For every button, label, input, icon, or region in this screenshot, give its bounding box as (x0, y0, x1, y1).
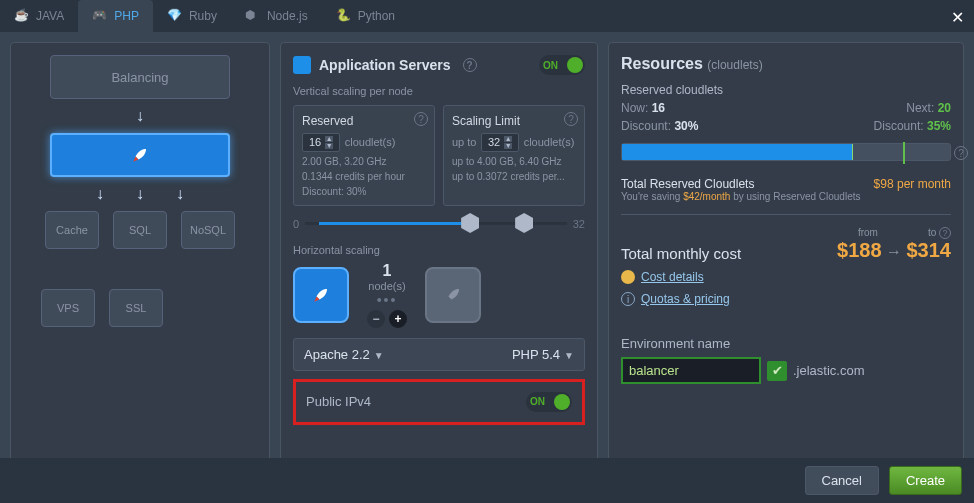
discount-next: 35% (927, 119, 951, 133)
node-label: node(s) (367, 280, 407, 292)
info-icon: i (621, 292, 635, 306)
cloudlet-bar: ? (621, 143, 951, 161)
feather-icon (444, 286, 462, 304)
total-cost-label: Total monthly cost (621, 245, 741, 262)
arrow-down-icon: ↓ (136, 107, 144, 125)
help-icon[interactable]: ? (414, 112, 428, 126)
node-plus-button[interactable]: + (389, 310, 407, 328)
slider-min: 0 (293, 218, 299, 230)
total-reserved-value: $98 per month (874, 177, 951, 191)
resource-line: 2.00 GB, 3.20 GHz (302, 156, 426, 167)
ipv4-toggle[interactable]: ON (526, 392, 572, 412)
resources-panel: Resources (cloudlets) Reserved cloudlets… (608, 42, 964, 462)
node-minus-button[interactable]: − (367, 310, 385, 328)
env-domain: .jelastic.com (793, 363, 865, 378)
credits-line: up to 0.3072 credits per... (452, 171, 576, 182)
prefix-label: up to (452, 136, 476, 148)
tab-label: Ruby (189, 9, 217, 23)
tab-python[interactable]: 🐍Python (322, 0, 409, 32)
tab-label: PHP (114, 9, 139, 23)
topology-panel: Balancing ↓ ↓↓↓ Cache SQL NoSQL VPS SSL (10, 42, 270, 493)
app-server-block[interactable] (50, 133, 230, 177)
app-servers-panel: Application Servers ? ON Vertical scalin… (280, 42, 598, 493)
php-icon: 🎮 (92, 8, 108, 24)
cloudlet-slider[interactable]: 0 32 (293, 218, 585, 230)
ipv4-label: Public IPv4 (306, 394, 371, 409)
sql-block[interactable]: SQL (113, 211, 167, 249)
to-label: to ? (928, 227, 951, 239)
create-button[interactable]: Create (889, 466, 962, 495)
tab-label: JAVA (36, 9, 64, 23)
node-icon-active[interactable] (293, 267, 349, 323)
tab-node[interactable]: ⬢Node.js (231, 0, 322, 32)
toggle-label: ON (543, 60, 558, 71)
reserved-stepper[interactable]: 16▲▼ (302, 133, 340, 152)
price-from: $188 (837, 239, 882, 261)
ssl-block[interactable]: SSL (109, 289, 163, 327)
server-icon (293, 56, 311, 74)
help-icon[interactable]: ? (954, 146, 968, 160)
arrow-down-icon: ↓ (176, 185, 184, 203)
public-ipv4-row: Public IPv4 ON (293, 379, 585, 425)
arrow-down-icon: ↓ (136, 185, 144, 203)
tab-label: Python (358, 9, 395, 23)
java-icon: ☕ (14, 8, 30, 24)
lang-select[interactable]: PHP 5.4▼ (512, 347, 574, 362)
tab-php[interactable]: 🎮PHP (78, 0, 153, 32)
server-lang-select: Apache 2.2▼ PHP 5.4▼ (293, 338, 585, 371)
reserved-cloudlets-label: Reserved cloudlets (621, 83, 951, 97)
python-icon: 🐍 (336, 8, 352, 24)
toggle-label: ON (530, 396, 545, 407)
arrow-down-icon: ↓ (96, 185, 104, 203)
slider-track[interactable] (305, 222, 567, 225)
discount-line: Discount: 30% (302, 186, 426, 197)
app-servers-toggle[interactable]: ON (539, 55, 585, 75)
node-icon: ⬢ (245, 8, 261, 24)
reserved-card: ? Reserved 16▲▼ cloudlet(s) 2.00 GB, 3.2… (293, 105, 435, 206)
chevron-down-icon: ▼ (374, 350, 384, 361)
total-reserved-label: Total Reserved Cloudlets (621, 177, 754, 191)
env-name-label: Environment name (621, 336, 951, 351)
tab-java[interactable]: ☕JAVA (0, 0, 78, 32)
card-title: Reserved (302, 114, 426, 128)
footer: Cancel Create (0, 458, 974, 503)
price-to: $314 (907, 239, 952, 261)
card-title: Scaling Limit (452, 114, 576, 128)
saving-text: You're saving $42/month by using Reserve… (621, 191, 951, 202)
limit-stepper[interactable]: 32▲▼ (481, 133, 519, 152)
node-icon-inactive[interactable] (425, 267, 481, 323)
env-name-input[interactable] (621, 357, 761, 384)
help-icon[interactable]: ? (463, 58, 477, 72)
resource-line: up to 4.00 GB, 6.40 GHz (452, 156, 576, 167)
cost-details-link[interactable]: Cost details (641, 270, 704, 284)
unit-label: cloudlet(s) (345, 136, 396, 148)
ruby-icon: 💎 (167, 8, 183, 24)
cache-block[interactable]: Cache (45, 211, 99, 249)
quotas-link[interactable]: Quotas & pricing (641, 292, 730, 306)
tab-ruby[interactable]: 💎Ruby (153, 0, 231, 32)
slider-handle-reserved[interactable] (461, 213, 479, 233)
help-icon[interactable]: ? (939, 227, 951, 239)
help-icon[interactable]: ? (564, 112, 578, 126)
feather-icon (131, 146, 149, 164)
coin-icon (621, 270, 635, 284)
next-value: 20 (938, 101, 951, 115)
section-title: Application Servers ? (293, 56, 477, 74)
server-select[interactable]: Apache 2.2▼ (304, 347, 384, 362)
slider-handle-limit[interactable] (515, 213, 533, 233)
cancel-button[interactable]: Cancel (805, 466, 879, 495)
from-label: from (858, 227, 878, 239)
feather-icon (312, 286, 330, 304)
tab-label: Node.js (267, 9, 308, 23)
close-icon[interactable]: ✕ (951, 8, 964, 27)
chevron-down-icon: ▼ (564, 350, 574, 361)
discount-now: 30% (674, 119, 698, 133)
nosql-block[interactable]: NoSQL (181, 211, 235, 249)
node-dots: ••• (367, 292, 407, 308)
now-value: 16 (652, 101, 665, 115)
tab-bar: ☕JAVA 🎮PHP 💎Ruby ⬢Node.js 🐍Python ✕ (0, 0, 974, 32)
balancing-block[interactable]: Balancing (50, 55, 230, 99)
vps-block[interactable]: VPS (41, 289, 95, 327)
horizontal-scaling-label: Horizontal scaling (293, 244, 585, 256)
slider-max: 32 (573, 218, 585, 230)
